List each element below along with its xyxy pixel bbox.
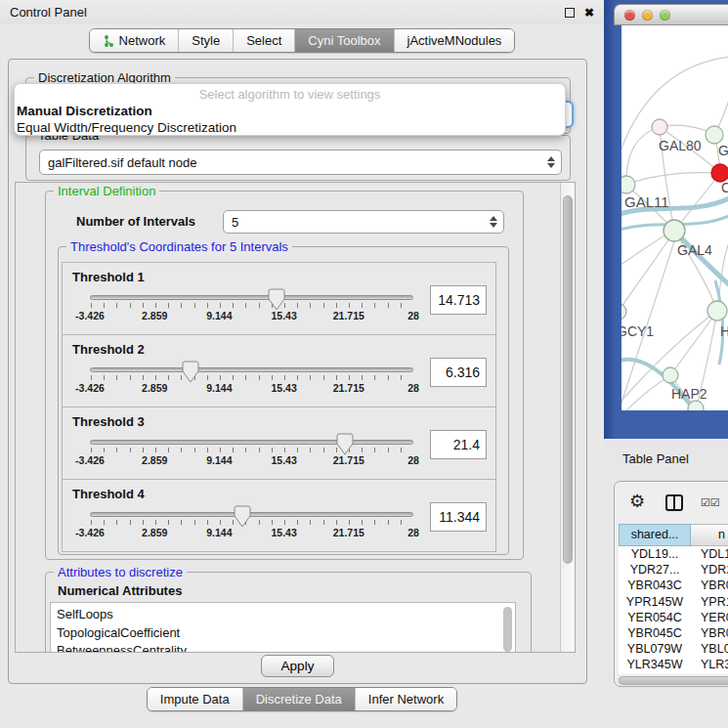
threshold-4-value-field[interactable]: 11.344 bbox=[430, 502, 487, 532]
table-data-combobox[interactable]: galFiltered.sif default node bbox=[39, 150, 562, 175]
bottom-tab-bar: Impute Data Discretize Data Infer Networ… bbox=[0, 687, 604, 711]
column-header-name[interactable]: n bbox=[691, 524, 728, 546]
dropdown-option-manual[interactable]: Manual Discretization bbox=[15, 104, 565, 120]
slider-tick-labels: -3.426 2.859 9.144 15.43 21.715 28 bbox=[90, 454, 413, 467]
slider-track[interactable] bbox=[90, 512, 413, 517]
number-of-intervals-label: Number of Intervals bbox=[76, 214, 195, 229]
slider-ticks bbox=[91, 448, 412, 452]
split-columns-icon[interactable] bbox=[665, 494, 683, 511]
right-region: GAL80 G GAL11 C GAL4 GCY1 H HAP2 Table P… bbox=[604, 0, 728, 728]
table-row[interactable]: YLR345WYLR3 bbox=[619, 657, 728, 672]
threshold-row-1: Threshold 1 -3.426 2.859 9. bbox=[62, 262, 496, 335]
network-node[interactable] bbox=[707, 301, 727, 321]
list-item[interactable]: TopologicalCoefficient bbox=[57, 624, 515, 643]
table-row[interactable]: YPR145WYPR1 bbox=[619, 594, 728, 610]
attributes-group: Attributes to discretize Numerical Attri… bbox=[45, 572, 532, 653]
table-panel: Table Panel ⚙ ☑☑ shared... n YDL19...YDL… bbox=[604, 439, 728, 728]
dropdown-option-equal-width[interactable]: Equal Width/Frequency Discretization bbox=[15, 120, 565, 136]
threshold-2-slider[interactable]: -3.426 2.859 9.144 15.43 21.715 28 bbox=[90, 367, 413, 395]
network-node[interactable] bbox=[652, 119, 667, 135]
tab-impute-data[interactable]: Impute Data bbox=[148, 688, 242, 710]
threshold-3-slider[interactable]: -3.426 2.859 9.144 15.43 21.715 28 bbox=[90, 440, 413, 467]
threshold-row-4: Threshold 4 -3.426 2.859 9. bbox=[62, 479, 496, 552]
slider-track[interactable] bbox=[90, 440, 413, 445]
thresholds-group-title: Threshold's Coordinates for 5 Intervals bbox=[66, 239, 292, 254]
threshold-1-slider[interactable]: -3.426 2.859 9.144 15.43 21.715 28 bbox=[90, 295, 413, 322]
apply-button[interactable]: Apply bbox=[261, 655, 335, 677]
close-window-icon[interactable] bbox=[624, 10, 635, 21]
tab-style[interactable]: Style bbox=[178, 29, 233, 52]
node-table: shared... n YDL19...YDL1 YDR27...YDR2 YB… bbox=[619, 524, 728, 674]
network-node[interactable] bbox=[706, 126, 723, 144]
network-node[interactable] bbox=[688, 401, 704, 410]
interval-definition-title: Interval Definition bbox=[54, 184, 159, 198]
threshold-row-2: Threshold 2 -3.426 2.859 9. bbox=[62, 334, 496, 407]
tab-discretize-data[interactable]: Discretize Data bbox=[242, 688, 355, 710]
desktop-background: GAL80 G GAL11 C GAL4 GCY1 H HAP2 bbox=[604, 0, 728, 439]
table-row[interactable]: YDR27...YDR2 bbox=[619, 562, 728, 578]
slider-thumb[interactable] bbox=[234, 505, 251, 529]
node-label-gal80: GAL80 bbox=[659, 138, 702, 153]
threshold-3-value-field[interactable]: 21.4 bbox=[430, 430, 487, 459]
threshold-1-value-field[interactable]: 14.713 bbox=[430, 285, 487, 315]
minimize-window-icon[interactable] bbox=[642, 10, 653, 21]
scrollbar-thumb[interactable] bbox=[619, 676, 728, 685]
threshold-3-label: Threshold 3 bbox=[72, 414, 145, 429]
node-label-gal4: GAL4 bbox=[677, 242, 712, 258]
scrollbar-thumb[interactable] bbox=[563, 195, 573, 564]
dropdown-hint: Select algorithm to view settings bbox=[15, 87, 565, 104]
table-row[interactable]: YBR043CYBR0 bbox=[619, 578, 728, 593]
tab-cyni-toolbox[interactable]: Cyni Toolbox bbox=[294, 29, 393, 52]
network-view-canvas[interactable]: GAL80 G GAL11 C GAL4 GCY1 H HAP2 bbox=[621, 25, 728, 410]
threshold-4-slider[interactable]: -3.426 2.859 9.144 15.43 21.715 28 bbox=[90, 512, 413, 539]
list-item[interactable]: SelfLoops bbox=[57, 606, 515, 624]
slider-thumb[interactable] bbox=[182, 361, 199, 384]
table-row[interactable]: YBR045CYBR0 bbox=[619, 625, 728, 641]
node-label-clipped: G bbox=[718, 143, 728, 158]
network-node-gal4[interactable] bbox=[664, 220, 685, 241]
network-window-titlebar[interactable] bbox=[614, 4, 728, 25]
table-data-group: Table Data galFiltered.sif default node bbox=[25, 135, 571, 181]
zoom-window-icon[interactable] bbox=[660, 10, 670, 21]
vertical-scrollbar[interactable] bbox=[560, 183, 575, 652]
slider-ticks bbox=[91, 375, 412, 380]
close-icon[interactable]: ✖ bbox=[584, 8, 594, 18]
threshold-4-label: Threshold 4 bbox=[72, 487, 145, 501]
interval-definition-group: Interval Definition Number of Intervals … bbox=[45, 191, 524, 560]
threshold-1-label: Threshold 1 bbox=[72, 270, 145, 284]
numerical-attributes-label: Numerical Attributes bbox=[58, 583, 182, 598]
slider-thumb[interactable] bbox=[268, 288, 285, 312]
threshold-2-label: Threshold 2 bbox=[72, 342, 145, 357]
table-row[interactable]: YDL19...YDL1 bbox=[619, 546, 728, 562]
tab-jactivemnodules[interactable]: jActiveMNodules bbox=[394, 29, 515, 52]
table-row[interactable]: YIL052CYIL0 bbox=[619, 673, 728, 675]
network-node[interactable] bbox=[663, 367, 678, 383]
slider-thumb[interactable] bbox=[336, 433, 354, 456]
thresholds-group: Threshold's Coordinates for 5 Intervals … bbox=[58, 246, 509, 555]
tab-select[interactable]: Select bbox=[233, 29, 294, 52]
slider-track[interactable] bbox=[90, 367, 413, 372]
table-row[interactable]: YER054CYER0 bbox=[619, 610, 728, 625]
checkbox-icons[interactable]: ☑☑ bbox=[701, 496, 720, 509]
tab-network[interactable]: Network bbox=[90, 29, 179, 52]
slider-track[interactable] bbox=[90, 295, 413, 300]
table-panel-title: Table Panel bbox=[622, 451, 689, 466]
attributes-group-title: Attributes to discretize bbox=[54, 565, 187, 579]
list-scrollbar[interactable] bbox=[503, 607, 512, 652]
horizontal-scrollbar[interactable] bbox=[618, 676, 728, 685]
threshold-row-3: Threshold 3 -3.426 2.859 9. bbox=[62, 407, 496, 480]
column-header-shared-name[interactable]: shared... bbox=[619, 524, 691, 546]
table-row[interactable]: YBL079WYBL0 bbox=[619, 641, 728, 657]
table-panel-box: ⚙ ☑☑ shared... n YDL19...YDL1 YDR27...YD… bbox=[614, 481, 728, 687]
control-panel-titlebar: Control Panel ✖ bbox=[0, 0, 604, 24]
float-window-icon[interactable] bbox=[565, 8, 575, 18]
top-tab-bar: Network Style Select Cyni Toolbox jActiv… bbox=[0, 28, 604, 53]
threshold-2-value-field[interactable]: 6.316 bbox=[430, 358, 487, 387]
network-node[interactable] bbox=[621, 176, 635, 193]
tab-infer-network[interactable]: Infer Network bbox=[355, 688, 456, 710]
gear-icon[interactable]: ⚙ bbox=[629, 491, 645, 512]
number-of-intervals-combobox[interactable]: 5 bbox=[223, 210, 504, 234]
network-node[interactable] bbox=[621, 304, 626, 320]
slider-tick-labels: -3.426 2.859 9.144 15.43 21.715 28 bbox=[90, 527, 413, 539]
numerical-attributes-list[interactable]: SelfLoops TopologicalCoefficient Between… bbox=[50, 602, 516, 653]
